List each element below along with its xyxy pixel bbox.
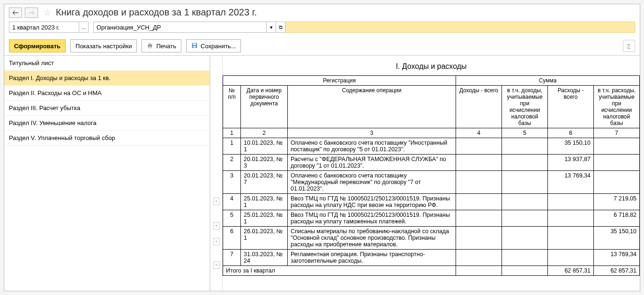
cell-expense-tax: 6 718,82 xyxy=(594,210,640,227)
report-panel: I. Доходы и расходы Регистрация Сумма № … xyxy=(223,56,640,291)
th-expense-tax: в т.ч. расходы, учитываемые при исчислен… xyxy=(594,86,640,128)
cell-n: 5 xyxy=(223,210,241,227)
total-c5 xyxy=(502,266,548,276)
organization-input[interactable] xyxy=(93,22,267,33)
favorite-star-icon[interactable]: ☆ xyxy=(44,7,51,18)
save-button[interactable]: Сохранить... xyxy=(186,39,241,52)
filter-highlight-bar xyxy=(285,22,635,33)
expand-icon[interactable]: + xyxy=(213,198,220,205)
report-title: I. Доходы и расходы xyxy=(223,56,640,75)
th-sum: Сумма xyxy=(456,76,640,86)
cell-expense-tax xyxy=(594,138,640,155)
table-row[interactable]: 320.01.2023, № 7Оплачено с банковского с… xyxy=(223,171,640,194)
cell-n: 4 xyxy=(223,194,241,210)
table-row[interactable]: 425.01.2023, № 1Ввоз ТМЦ по ГТД № 100050… xyxy=(223,194,640,210)
table-row[interactable]: 110.01.2023, № 1Оплачено с банковского с… xyxy=(223,138,640,155)
cell-desc: Ввоз ТМЦ по ГТД № 10005021/250123/000151… xyxy=(288,210,456,227)
header-bar: 🡠 🡢 ☆ Книга доходов и расходов за 1 квар… xyxy=(4,4,640,20)
cell-income-total xyxy=(456,138,502,155)
cell-desc: Оплачено с банковского счета поставщику … xyxy=(288,138,456,155)
organization-open-button[interactable]: ⧉ xyxy=(276,22,285,33)
outline-gutter: + + + + xyxy=(210,56,223,291)
sidebar-item-section1[interactable]: Раздел I. Доходы и расходы за 1 кв. xyxy=(4,71,210,86)
cell-expense-tax xyxy=(594,171,640,194)
app-window: 🡠 🡢 ☆ Книга доходов и расходов за 1 квар… xyxy=(4,4,640,291)
cell-expense-tax: 13 769,34 xyxy=(594,250,640,266)
generate-button[interactable]: Сформировать xyxy=(9,39,66,52)
cell-expense-total: 13 937,87 xyxy=(548,155,594,171)
table-row[interactable]: 220.01.2023, № 3Расчеты с "ФЕДЕРАЛЬНАЯ Т… xyxy=(223,155,640,171)
cell-expense-total: 35 150,10 xyxy=(548,138,594,155)
organization-dropdown-button[interactable]: ▾ xyxy=(267,22,276,33)
cell-n: 6 xyxy=(223,227,241,250)
cell-doc: 31.03.2023, № 24 xyxy=(241,250,288,266)
cell-expense-total xyxy=(548,250,594,266)
cell-income-total xyxy=(456,250,502,266)
print-button[interactable]: Печать xyxy=(142,39,181,52)
cell-income-tax xyxy=(502,155,548,171)
period-input[interactable] xyxy=(9,22,79,33)
org-select-wrap: ▾ ⧉ xyxy=(93,22,635,33)
cell-expense-total xyxy=(548,194,594,210)
idx-5: 5 xyxy=(502,128,548,138)
expand-icon[interactable]: + xyxy=(213,238,220,245)
cell-income-total xyxy=(456,194,502,210)
main-area: + + + + I. Доходы и расходы Регистрация … xyxy=(210,56,640,291)
report-table: Регистрация Сумма № п/п Дата и номер пер… xyxy=(223,75,640,276)
print-label: Печать xyxy=(156,43,176,50)
nav-forward-button[interactable]: 🡢 xyxy=(25,7,38,18)
sidebar-item-section3[interactable]: Раздел III. Расчет убытка xyxy=(4,101,210,116)
cell-desc: Оплачено с банковского счета поставщику … xyxy=(288,171,456,194)
cell-income-tax xyxy=(502,210,548,227)
toolbar: Сформировать Показать настройки Печать С… xyxy=(4,35,640,55)
printer-icon xyxy=(147,42,153,50)
body-split: Титульный лист Раздел I. Доходы и расход… xyxy=(4,55,640,291)
cell-doc: 25.01.2023, № 1 xyxy=(241,210,288,227)
cell-doc: 20.01.2023, № 3 xyxy=(241,155,288,171)
cell-n: 7 xyxy=(223,250,241,266)
cell-doc: 26.01.2023, № 1 xyxy=(241,227,288,250)
period-dropdown-button[interactable]: … xyxy=(79,22,89,33)
nav-back-button[interactable]: 🡠 xyxy=(9,7,22,18)
cell-income-tax xyxy=(502,194,548,210)
sigma-button[interactable]: Σ xyxy=(623,40,635,52)
sidebar-item-section4[interactable]: Раздел IV. Уменьшение налога xyxy=(4,116,210,131)
save-icon xyxy=(191,42,198,50)
table-row[interactable]: 525.01.2023, № 1Ввоз ТМЦ по ГТД № 100050… xyxy=(223,210,640,227)
sidebar-item-section2[interactable]: Раздел II. Расходы на ОС и НМА xyxy=(4,86,210,101)
save-label: Сохранить... xyxy=(201,43,236,50)
idx-2: 2 xyxy=(241,128,288,138)
expand-icon[interactable]: + xyxy=(213,222,220,229)
cell-doc: 20.01.2023, № 7 xyxy=(241,171,288,194)
table-row[interactable]: 731.03.2023, № 24Регламентная операция. … xyxy=(223,250,640,266)
th-income-tax: в т.ч. доходы, учитываемые при исчислени… xyxy=(502,86,548,128)
cell-doc: 25.01.2023, № 1 xyxy=(241,194,288,210)
period-select: … xyxy=(9,22,89,33)
cell-income-tax xyxy=(502,171,548,194)
expand-icon[interactable]: + xyxy=(213,261,220,269)
cell-expense-total xyxy=(548,210,594,227)
cell-income-tax xyxy=(502,227,548,250)
idx-6: 6 xyxy=(548,128,594,138)
cell-desc: Списаны материалы по требованию-накладно… xyxy=(288,227,456,250)
th-num: № п/п xyxy=(223,86,241,128)
cell-n: 1 xyxy=(223,138,241,155)
show-settings-button[interactable]: Показать настройки xyxy=(70,39,137,52)
total-c6: 62 857,31 xyxy=(548,266,594,276)
total-c7: 62 857,31 xyxy=(594,266,640,276)
total-c4 xyxy=(456,266,502,276)
page-title: Книга доходов и расходов за 1 квартал 20… xyxy=(56,7,257,18)
cell-income-total xyxy=(456,171,502,194)
table-row[interactable]: 626.01.2023, № 1Списаны материалы по тре… xyxy=(223,227,640,250)
sidebar-item-title-page[interactable]: Титульный лист xyxy=(4,56,210,71)
total-label: Итого за I квартал xyxy=(223,266,456,276)
cell-income-total xyxy=(456,155,502,171)
cell-n: 2 xyxy=(223,155,241,171)
svg-rect-2 xyxy=(149,46,151,48)
svg-rect-1 xyxy=(149,43,151,44)
sidebar-item-section5[interactable]: Раздел V. Уплаченный торговый сбор xyxy=(4,131,210,146)
cell-expense-total xyxy=(548,227,594,250)
cell-desc: Расчеты с "ФЕДЕРАЛЬНАЯ ТАМОЖЕННАЯ СЛУЖБА… xyxy=(288,155,456,171)
idx-1: 1 xyxy=(223,128,241,138)
cell-desc: Регламентная операция. Признаны транспор… xyxy=(288,250,456,266)
